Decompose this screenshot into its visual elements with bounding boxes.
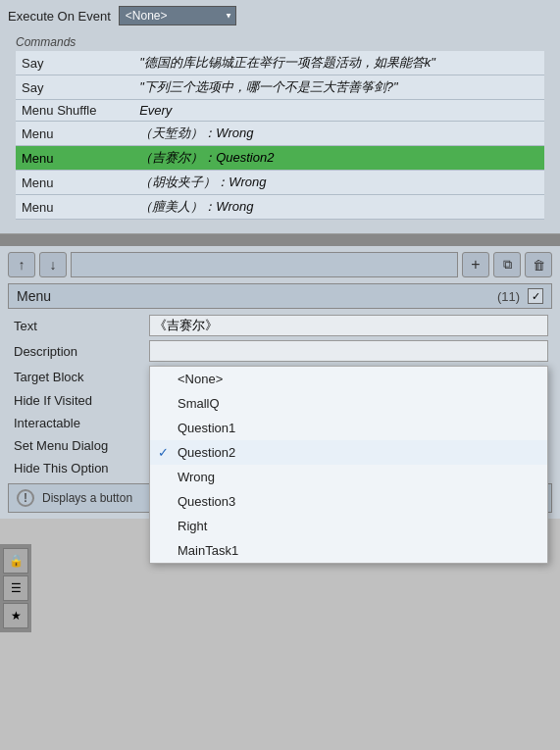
top-panel: Execute On Event <None> Commands Say "德国… <box>0 0 560 234</box>
cmd-value-cell: Every <box>133 100 544 122</box>
cmd-type-cell: Menu <box>16 122 133 146</box>
interactable-label: Interactable <box>8 412 145 434</box>
table-row[interactable]: Menu （膻美人）：Wrong <box>16 195 544 220</box>
description-value-cell <box>145 338 552 364</box>
target-block-label: Target Block <box>8 364 145 389</box>
set-menu-dialog-label: Set Menu Dialog <box>8 434 145 457</box>
dropdown-item[interactable]: Right <box>150 514 547 538</box>
table-row[interactable]: Say "下列三个选项中，哪一个不是三大苦善筝剑?" <box>16 75 544 100</box>
dropdown-item[interactable]: <None> <box>150 367 547 391</box>
hide-this-option-label: Hide This Option <box>8 457 145 479</box>
table-row[interactable]: Menu Shuffle Every <box>16 100 544 122</box>
cmd-type-cell: Menu Shuffle <box>16 100 133 122</box>
execute-on-event-select[interactable]: <None> <box>119 6 236 25</box>
delete-button[interactable]: 🗑 <box>525 252 552 277</box>
text-input[interactable] <box>149 315 548 336</box>
move-up-button[interactable]: ↑ <box>8 252 35 277</box>
cmd-type-cell: Menu <box>16 171 133 195</box>
cmd-value-cell: "下列三个选项中，哪一个不是三大苦善筝剑?" <box>133 75 544 100</box>
execute-select-wrapper[interactable]: <None> <box>119 6 236 25</box>
toolbar-row: ↑ ↓ + ⧉ 🗑 <box>8 252 552 277</box>
execute-on-event-label: Execute On Event <box>8 9 111 24</box>
dropdown-item[interactable]: MainTask1 <box>150 538 547 563</box>
cmd-value-cell: （天堑劲）：Wrong <box>133 122 544 146</box>
dropdown-item[interactable]: Question2 <box>150 440 547 465</box>
commands-section: Commands Say "德国的库比锡城正在举行一项答题活动，如果能答k" S… <box>8 31 552 227</box>
dropdown-item[interactable]: SmallQ <box>150 391 547 416</box>
cmd-value-cell: （膻美人）：Wrong <box>133 195 544 220</box>
table-row[interactable]: Menu （吉赛尔）：Question2 <box>16 146 544 171</box>
properties-grid: Text Description Target Block Question2 … <box>8 313 552 479</box>
cmd-value-cell: （胡妆夹子）：Wrong <box>133 171 544 195</box>
table-row[interactable]: Say "德国的库比锡城正在举行一项答题活动，如果能答k" <box>16 51 544 75</box>
execute-on-event-row: Execute On Event <None> <box>8 6 552 25</box>
dropdown-item[interactable]: Wrong <box>150 465 547 489</box>
star-icon[interactable]: ★ <box>3 603 28 628</box>
info-text: Displays a button <box>42 491 132 505</box>
menu-title: Menu <box>17 288 497 304</box>
description-input[interactable] <box>149 340 548 362</box>
cmd-type-cell: Say <box>16 51 133 75</box>
cmd-value-cell: （吉赛尔）：Question2 <box>133 146 544 171</box>
table-row[interactable]: Menu （胡妆夹子）：Wrong <box>16 171 544 195</box>
menu-count: (11) <box>497 289 520 304</box>
text-label: Text <box>8 313 145 338</box>
commands-label: Commands <box>16 35 544 49</box>
hide-if-visited-label: Hide If Visited <box>8 389 145 412</box>
bottom-panel: ↑ ↓ + ⧉ 🗑 Menu (11) ✓ Text Description T… <box>0 246 560 519</box>
cmd-type-cell: Menu <box>16 146 133 171</box>
target-block-dropdown-overlay: <None>SmallQQuestion1Question2WrongQuest… <box>149 366 548 564</box>
toolbar-search-input[interactable] <box>71 252 458 277</box>
dropdown-item[interactable]: Question1 <box>150 416 547 440</box>
commands-table: Say "德国的库比锡城正在举行一项答题活动，如果能答k" Say "下列三个选… <box>16 51 544 220</box>
info-icon: ! <box>17 489 34 507</box>
target-block-dropdown-container: Question2 <None>SmallQQuestion1Question2… <box>149 366 548 387</box>
left-icons-panel: 🔒 ☰ ★ <box>0 544 31 632</box>
target-block-value-cell: Question2 <None>SmallQQuestion1Question2… <box>145 364 552 389</box>
lock-icon[interactable]: 🔒 <box>3 548 28 574</box>
menu-checkbox[interactable]: ✓ <box>528 288 543 304</box>
dropdown-item[interactable]: Question3 <box>150 489 547 514</box>
cmd-type-cell: Menu <box>16 195 133 220</box>
menu-icon[interactable]: ☰ <box>3 575 28 601</box>
text-value-cell <box>145 313 552 338</box>
table-row[interactable]: Menu （天堑劲）：Wrong <box>16 122 544 146</box>
add-button[interactable]: + <box>462 252 489 277</box>
description-label: Description <box>8 338 145 364</box>
menu-header: Menu (11) ✓ <box>8 283 552 309</box>
cmd-type-cell: Say <box>16 75 133 100</box>
panel-divider <box>0 234 560 246</box>
cmd-value-cell: "德国的库比锡城正在举行一项答题活动，如果能答k" <box>133 51 544 75</box>
move-down-button[interactable]: ↓ <box>39 252 67 277</box>
copy-button[interactable]: ⧉ <box>493 252 521 277</box>
